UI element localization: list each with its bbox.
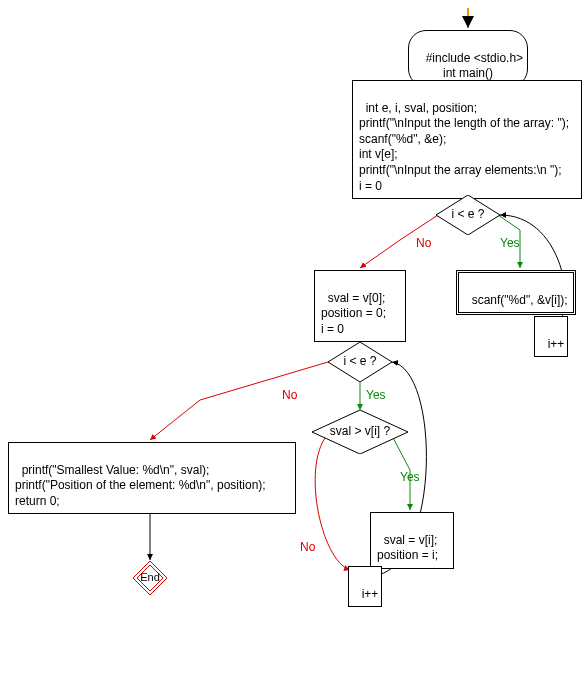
node-end-text: End [132,571,168,583]
edge-cond1-yes: Yes [500,236,520,250]
node-end: End [132,560,168,596]
node-init2-text: sval = v[0]; position = 0; i = 0 [321,291,386,336]
node-out: printf("Smallest Value: %d\n", sval); pr… [8,442,296,514]
node-assign: sval = v[i]; position = i; [370,512,454,569]
edge-cond1-no: No [416,236,431,250]
node-inc2: i++ [348,566,382,607]
edge-cond3-yes: Yes [400,470,420,484]
node-cond1-text: i < e ? [436,207,500,221]
node-header: #include <stdio.h> int main() [408,30,528,87]
node-assign-text: sval = v[i]; position = i; [377,533,438,563]
node-inc1: i++ [534,316,568,357]
node-cond2-text: i < e ? [328,354,392,368]
edge-cond2-no: No [282,388,297,402]
node-header-text: #include <stdio.h> int main() [426,51,523,81]
node-cond3-text: sval > v[i] ? [312,424,408,438]
node-scan-text: scanf("%d", &v[i]); [472,293,568,307]
node-decl-text: int e, i, sval, position; printf("\nInpu… [359,101,569,193]
node-inc2-text: i++ [362,587,379,601]
node-scan: scanf("%d", &v[i]); [456,270,576,315]
node-inc1-text: i++ [548,337,565,351]
edge-cond2-yes: Yes [366,388,386,402]
node-decl: int e, i, sval, position; printf("\nInpu… [352,80,582,199]
edge-cond3-no: No [300,540,315,554]
node-init2: sval = v[0]; position = 0; i = 0 [314,270,406,342]
node-out-text: printf("Smallest Value: %d\n", sval); pr… [15,463,266,508]
